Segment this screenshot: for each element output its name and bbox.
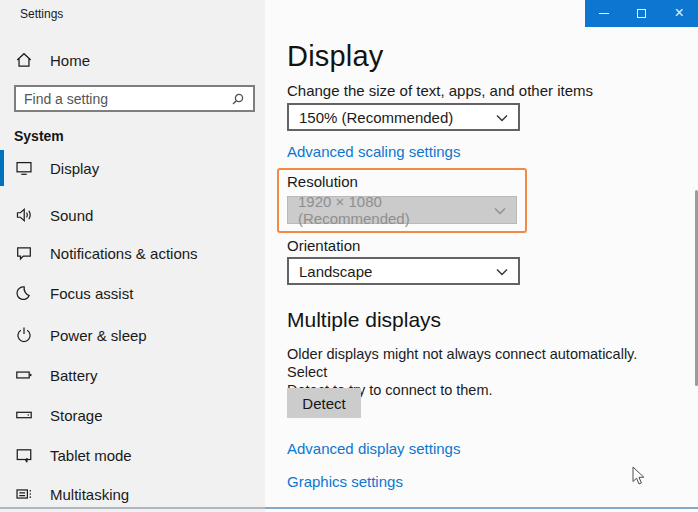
orientation-dropdown[interactable]: Landscape: [287, 257, 520, 285]
chevron-down-icon: [496, 108, 508, 126]
chevron-down-icon: [496, 262, 508, 280]
scale-label: Change the size of text, apps, and other…: [287, 82, 593, 99]
advanced-scaling-settings-link[interactable]: Advanced scaling settings: [287, 143, 460, 160]
display-settings-page: Display Change the size of text, apps, a…: [0, 0, 698, 512]
scale-dropdown-value: 150% (Recommended): [299, 109, 496, 126]
detect-button[interactable]: Detect: [287, 388, 361, 418]
orientation-label: Orientation: [287, 237, 360, 254]
orientation-dropdown-value: Landscape: [299, 263, 496, 280]
page-title: Display: [287, 40, 384, 73]
description-line: Older displays might not always connect …: [287, 345, 647, 381]
multiple-displays-title: Multiple displays: [287, 308, 441, 332]
graphics-settings-link[interactable]: Graphics settings: [287, 473, 403, 490]
resolution-dropdown[interactable]: 1920 × 1080 (Recommended): [287, 196, 517, 224]
resolution-label: Resolution: [287, 173, 358, 190]
window-bottom-edge: [0, 507, 698, 509]
chevron-down-icon: [494, 201, 506, 219]
resolution-dropdown-value: 1920 × 1080 (Recommended): [298, 193, 494, 227]
advanced-display-settings-link[interactable]: Advanced display settings: [287, 440, 460, 457]
scale-dropdown[interactable]: 150% (Recommended): [287, 103, 520, 131]
